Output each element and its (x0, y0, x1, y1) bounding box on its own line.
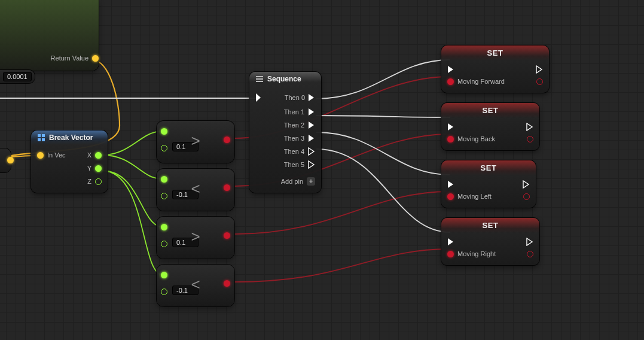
add-pin-label: Add pin (281, 178, 303, 185)
svg-marker-15 (536, 66, 542, 73)
then3-label: Then 3 (284, 135, 304, 142)
svg-marker-18 (448, 181, 453, 188)
break-vector-node[interactable]: Break Vector In Vec X Y Z (31, 130, 108, 193)
set3-exec-out[interactable] (526, 238, 533, 246)
sequence-exec-in[interactable] (255, 93, 264, 102)
set1-exec-out[interactable] (526, 123, 533, 131)
function-node-fragment[interactable]: Return Value (0, 0, 99, 71)
cmp4-op: < (191, 275, 200, 294)
set-moving-back-node[interactable]: SET Moving Back (441, 103, 539, 150)
svg-marker-19 (523, 181, 529, 188)
then4-label: Then 4 (284, 148, 304, 155)
cmp4-a-pin[interactable] (161, 272, 167, 278)
cmp2-op: < (191, 180, 200, 198)
set-moving-right-node[interactable]: SET Moving Right (441, 218, 539, 265)
set3-exec-in[interactable] (447, 238, 454, 246)
set3-bool-out[interactable] (527, 251, 533, 257)
set0-exec-out[interactable] (536, 65, 543, 74)
then5-pin[interactable] (308, 160, 315, 169)
axis-z-label: Z (87, 178, 91, 185)
then3-pin[interactable] (308, 134, 315, 142)
cmp4-b-pin[interactable] (161, 289, 167, 295)
svg-rect-2 (38, 138, 41, 141)
svg-rect-6 (256, 81, 263, 82)
svg-marker-12 (309, 148, 314, 155)
set2-bool-out[interactable] (523, 193, 530, 200)
svg-marker-11 (309, 135, 314, 142)
y-output-pin[interactable] (95, 165, 102, 172)
cmp1-b-pin[interactable] (161, 145, 167, 151)
node-fragment-left[interactable] (0, 148, 11, 172)
cmp3-a-pin[interactable] (161, 224, 167, 230)
svg-marker-7 (256, 93, 261, 102)
set2-bool-in[interactable] (447, 193, 454, 200)
svg-marker-8 (309, 94, 314, 101)
svg-marker-13 (309, 161, 314, 168)
set0-bool-out[interactable] (536, 78, 543, 85)
axis-x-label: X (87, 151, 91, 159)
set2-var-label: Moving Left (457, 193, 492, 200)
break-struct-icon (37, 133, 45, 142)
then0-label: Then 0 (285, 94, 305, 101)
in-vec-pin[interactable] (37, 152, 44, 159)
add-pin-button[interactable]: + (307, 177, 315, 186)
sequence-icon (255, 75, 264, 83)
break-vector-title: Break Vector (49, 133, 93, 142)
greater-than-node-2[interactable]: 0.1 > (157, 217, 234, 259)
svg-rect-1 (42, 134, 45, 137)
cmp1-op: > (191, 132, 200, 150)
less-than-node-1[interactable]: -0.1 < (157, 169, 234, 211)
set1-var-label: Moving Back (457, 135, 495, 142)
set0-exec-in[interactable] (447, 65, 454, 74)
greater-than-node-1[interactable]: 0.1 > (157, 121, 234, 163)
svg-marker-14 (448, 66, 453, 73)
cmp2-out-pin[interactable] (224, 184, 230, 191)
svg-rect-0 (38, 134, 41, 137)
set2-title: SET (481, 163, 497, 172)
set0-var-label: Moving Forward (457, 78, 505, 85)
svg-rect-5 (256, 78, 263, 80)
sequence-header[interactable]: Sequence (249, 72, 321, 86)
tolerance-value[interactable]: 0.0001 (3, 72, 32, 81)
then0-pin[interactable] (308, 93, 315, 102)
set1-bool-out[interactable] (527, 136, 533, 142)
set1-bool-in[interactable] (447, 136, 454, 142)
set0-title: SET (487, 48, 503, 57)
z-output-pin[interactable] (95, 178, 102, 185)
cmp2-a-pin[interactable] (161, 176, 167, 183)
then1-label: Then 1 (284, 108, 304, 116)
cmp3-op: > (191, 227, 200, 246)
cmp1-out-pin[interactable] (224, 136, 230, 143)
x-output-pin[interactable] (95, 152, 102, 159)
set2-exec-in[interactable] (447, 180, 454, 189)
tolerance-input[interactable]: 0.0001 (0, 70, 35, 83)
set-moving-forward-node[interactable]: SET Moving Forward (441, 45, 549, 93)
set0-bool-in[interactable] (447, 78, 454, 85)
vector-output-pin-left[interactable] (7, 157, 14, 163)
svg-marker-17 (527, 123, 532, 130)
set-moving-left-node[interactable]: SET Moving Left (441, 160, 536, 208)
cmp3-b-pin[interactable] (161, 241, 167, 247)
svg-rect-3 (42, 138, 45, 141)
return-value-label: Return Value (51, 54, 88, 62)
cmp4-out-pin[interactable] (224, 280, 230, 287)
set3-bool-in[interactable] (447, 251, 454, 257)
vector-output-pin[interactable] (92, 55, 99, 62)
sequence-node[interactable]: Sequence Then 0 Then 1 Then 2 Then 3 The… (249, 72, 321, 193)
svg-marker-16 (448, 123, 453, 130)
cmp1-a-pin[interactable] (161, 128, 167, 135)
then2-pin[interactable] (308, 121, 315, 129)
set0-header[interactable]: SET (441, 45, 549, 60)
set1-exec-in[interactable] (447, 123, 454, 131)
cmp2-b-pin[interactable] (161, 193, 167, 199)
return-value-pin-row: Return Value (0, 51, 99, 65)
then1-pin[interactable] (308, 108, 315, 116)
svg-marker-21 (527, 238, 532, 245)
less-than-node-2[interactable]: -0.1 < (157, 265, 234, 306)
then4-pin[interactable] (308, 147, 315, 156)
set2-exec-out[interactable] (523, 180, 530, 189)
break-vector-header[interactable]: Break Vector (31, 130, 108, 145)
cmp3-out-pin[interactable] (224, 232, 230, 239)
then5-label: Then 5 (284, 161, 304, 168)
in-vec-label: In Vec (47, 151, 66, 159)
